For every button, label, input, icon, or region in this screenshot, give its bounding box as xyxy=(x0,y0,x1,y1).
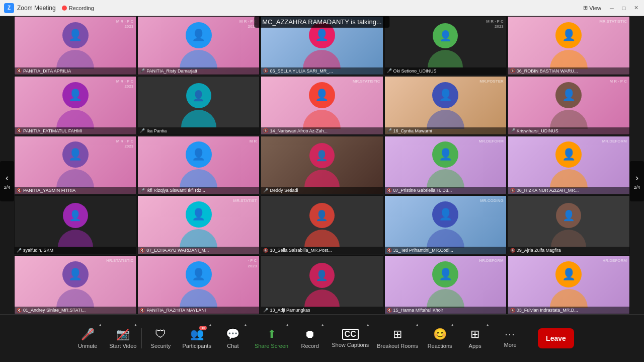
video-cell[interactable]: MR.DEFORM 👤 🔇07_Pristine Gabriella H. Du… xyxy=(384,136,507,195)
unmute-chevron-icon[interactable]: ▲ xyxy=(98,323,102,327)
reactions-button[interactable]: 😊 Reactions ▲ xyxy=(422,321,457,356)
microphone-status-icon: 🔇 xyxy=(387,308,392,313)
apps-button[interactable]: ⊞ Apps ▲ xyxy=(457,321,493,356)
share-screen-icon: ⬆ xyxy=(267,328,276,341)
participant-name: 03_Fulvian Indrastata_MR.D... xyxy=(517,308,578,313)
participant-video: 👤 xyxy=(138,196,259,254)
video-cell[interactable]: 👤 🎤Ika Pantia xyxy=(137,76,260,135)
nav-next-button[interactable]: › 2/4 xyxy=(630,161,644,201)
participant-video: 👤 xyxy=(508,17,629,75)
video-cell[interactable]: MR.POSTER 👤 🎤16_Cyntia Mawarni xyxy=(384,76,507,135)
microphone-status-icon: 🔇 xyxy=(510,308,515,313)
participant-name: PANITIA_DITA APRILIA xyxy=(23,68,71,74)
microphone-status-icon: 🔇 xyxy=(17,188,22,193)
video-cell[interactable]: MR.STATISTIC 👤 🔇14_Nariswari Afroo Az-Za… xyxy=(261,76,383,135)
toolbar-divider-1 xyxy=(141,328,142,348)
breakout-rooms-icon: ⊞ xyxy=(393,328,402,341)
participant-label: 🔇06_ROBIN BASTIAN WARU... xyxy=(508,67,629,75)
reactions-chevron-icon[interactable]: ▲ xyxy=(450,323,454,327)
participant-video: 👤 xyxy=(261,256,382,314)
video-cell[interactable]: M R 👤 🎤Ikfi Rizqiya Siswanti Ikfi Riz... xyxy=(137,136,260,195)
participant-video: 👤 xyxy=(385,77,506,134)
video-cell[interactable]: MR.DEFORM 👤 🔇06_RIZKA NUR AZIZAH_MR... xyxy=(508,136,630,195)
minimize-button[interactable]: ─ xyxy=(608,4,616,12)
start-video-button[interactable]: 📷 Start Video ▲ xyxy=(105,321,140,356)
microphone-status-icon: 🎤 xyxy=(510,128,515,133)
video-cell[interactable]: 👤 🎤Deddy Setiadi xyxy=(261,136,383,195)
video-cell[interactable]: 👤 🎤13_Adji Pamungkas xyxy=(261,255,383,314)
leave-button[interactable]: Leave xyxy=(538,328,574,348)
video-cell[interactable]: 👤 🎤syaifudin, SKM xyxy=(14,195,136,254)
maximize-button[interactable]: □ xyxy=(620,4,628,12)
video-cell[interactable]: HR.STATISTIC 👤 🔇01_Andrey Sinlae_MR.STAT… xyxy=(14,255,136,314)
video-cell[interactable]: 👤 🔇09_Ajria Zulfa Magfira xyxy=(508,195,630,254)
participant-name: 07_ECHA AYU WARDANI_M... xyxy=(146,248,209,253)
video-cell[interactable]: M R · P C 2023 👤 🔇PANITIA_FATIMATUL FAHM… xyxy=(14,76,136,135)
video-cell[interactable]: HR.DEFORM 👤 🔇03_Fulvian Indrastata_MR.D.… xyxy=(508,255,630,314)
breakout-chevron-icon[interactable]: ▲ xyxy=(415,323,419,327)
video-cell[interactable]: MR.STATIST 👤 🔇07_ECHA AYU WARDANI_M... xyxy=(137,195,260,254)
reactions-label: Reactions xyxy=(428,343,452,349)
microphone-status-icon: 🎤 xyxy=(140,68,145,73)
captions-button[interactable]: CC Show Captions ▲ xyxy=(328,321,373,356)
video-cell[interactable]: · P C 2023 👤 🔇PANITIA_RAZHITA MAYLANI xyxy=(137,255,260,314)
participant-video: 👤 xyxy=(138,77,259,134)
breakout-rooms-button[interactable]: ⊞ Breakout Rooms ▲ xyxy=(373,321,422,356)
record-icon: ⏺ xyxy=(304,328,315,341)
captions-chevron-icon[interactable]: ▲ xyxy=(366,323,370,327)
participant-label: 🔇07_Pristine Gabriella H. Du... xyxy=(385,187,506,194)
security-button[interactable]: 🛡 Security xyxy=(143,321,178,356)
unmute-button[interactable]: 🎤 Unmute ▲ xyxy=(70,321,105,356)
microphone-status-icon: 🎤 xyxy=(17,248,22,253)
camera-icon: 📷 xyxy=(116,328,130,341)
chat-button[interactable]: 💬 Chat ▲ xyxy=(215,321,251,356)
participants-label: Participants xyxy=(182,343,211,349)
participant-label: 🔇09_Ajria Zulfa Magfira xyxy=(508,247,629,254)
participant-video: 👤 xyxy=(261,136,382,194)
participant-name: PANITIA_YASMIN FITRIA xyxy=(23,188,75,193)
microphone-status-icon: 🔇 xyxy=(17,308,22,313)
video-cell[interactable]: HR.DEFORM 👤 🔇15_Hanna Miftahul Khoir xyxy=(384,255,507,314)
participant-label: 🎤Oki Setiono_UDINUS xyxy=(385,67,506,75)
participants-button[interactable]: 👥 80 Participants ▲ xyxy=(178,321,215,356)
share-screen-button[interactable]: ⬆ Share Screen ▲ xyxy=(251,321,292,356)
video-chevron-icon[interactable]: ▲ xyxy=(134,323,138,327)
participant-name: 16_Cyntia Mawarni xyxy=(393,128,432,133)
participant-label: 🔇01_Andrey Sinlae_MR.STATI... xyxy=(15,307,136,314)
participant-label: 🔇07_ECHA AYU WARDANI_M... xyxy=(138,247,259,254)
participant-name: 07_Pristine Gabriella H. Du... xyxy=(393,188,452,193)
participant-name: Oki Setiono_UDINUS xyxy=(393,68,437,74)
video-cell[interactable]: MR.STATISTIC 👤 🔇06_ROBIN BASTIAN WARU... xyxy=(508,16,630,75)
participant-label: 🎤16_Cyntia Mawarni xyxy=(385,127,506,134)
microphone-status-icon: 🔇 xyxy=(510,68,515,73)
video-cell[interactable]: MR.CODING 👤 🔇31_Teti Prihamtini_MR.Codi.… xyxy=(384,195,507,254)
more-button[interactable]: ··· More xyxy=(493,321,528,356)
participants-chevron-icon[interactable]: ▲ xyxy=(208,323,212,327)
video-cell[interactable]: M R · P C 2023 👤 🎤Oki Setiono_UDINUS xyxy=(384,16,507,75)
record-chevron-icon[interactable]: ▲ xyxy=(320,323,325,327)
view-button[interactable]: ⊞ View xyxy=(581,4,604,12)
video-cell[interactable]: M R · P C 2023 👤 🔇PANITIA_YASMIN FITRIA xyxy=(14,136,136,195)
record-button[interactable]: ⏺ Record ▲ xyxy=(292,321,328,356)
video-cell[interactable]: 👤 🔇10_Sella Salsabilla_MR.Post... xyxy=(261,195,383,254)
participant-label: 🎤PANITIA_Risty Damarjati xyxy=(138,67,259,75)
share-chevron-icon[interactable]: ▲ xyxy=(285,323,289,327)
video-cell[interactable]: M R · P C 👤 🎤Kriswiharsi_UDINUS xyxy=(508,76,630,135)
chevron-left-icon: ‹ xyxy=(6,173,9,183)
video-cell[interactable]: M R · P C 2023 👤 🔇PANITIA_DITA APRILIA xyxy=(14,16,136,75)
video-cell[interactable]: M R · P C 2023 👤 🎤PANITIA_Risty Damarjat… xyxy=(137,16,260,75)
nav-previous-button[interactable]: ‹ 2/4 xyxy=(0,161,14,201)
participant-label: 🔇PANITIA_FATIMATUL FAHMI xyxy=(15,127,136,134)
microphone-status-icon: 🔇 xyxy=(17,128,22,133)
close-button[interactable]: ✕ xyxy=(632,4,640,12)
shield-icon: 🛡 xyxy=(155,328,166,341)
video-grid: M R · P C 2023 👤 🔇PANITIA_DITA APRILIAM … xyxy=(14,16,630,314)
chat-chevron-icon[interactable]: ▲ xyxy=(244,323,248,327)
participant-label: 🎤Ika Pantia xyxy=(138,127,259,134)
participant-name: 31_Teti Prihamtini_MR.Codi... xyxy=(393,248,453,253)
participant-video: 👤 xyxy=(508,256,629,314)
chevron-right-icon: › xyxy=(635,173,638,183)
participant-label: 🎤Ikfi Rizqiya Siswanti Ikfi Riz... xyxy=(138,187,259,194)
zoom-icon: Z xyxy=(4,3,14,13)
apps-chevron-icon[interactable]: ▲ xyxy=(486,323,490,327)
